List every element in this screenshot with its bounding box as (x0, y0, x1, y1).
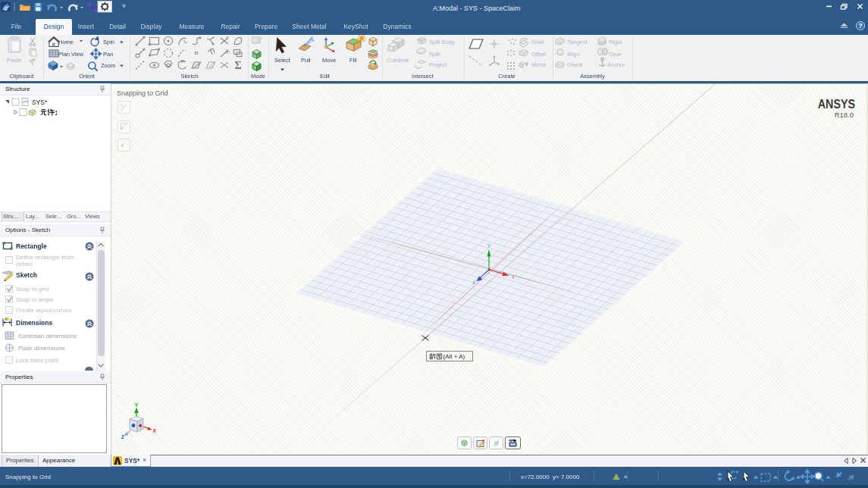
svg-text:Σ: Σ (234, 60, 241, 71)
svg-text:?: ? (858, 22, 863, 30)
svg-text:Y: Y (135, 402, 139, 408)
svg-text:Y: Y (487, 243, 491, 249)
svg-text:II: II (5, 318, 8, 321)
svg-text:z: z (473, 280, 475, 285)
svg-text:Z: Z (121, 434, 124, 440)
svg-text:X: X (153, 428, 157, 433)
svg-text:1: 1 (55, 109, 57, 116)
